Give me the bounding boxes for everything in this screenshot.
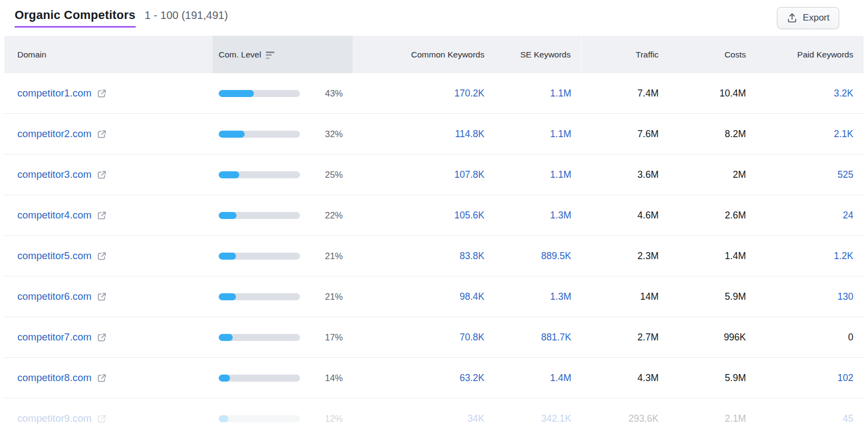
se-keywords-value[interactable]: 1.3M <box>550 210 571 221</box>
paid-keywords-cell: 525 <box>756 169 864 181</box>
table-row: competitor2.com 32% 114.8K 1.1M 7.6M 8.2… <box>4 114 864 154</box>
common-keywords-value[interactable]: 98.4K <box>459 291 484 302</box>
competition-level-bar <box>219 415 300 422</box>
se-keywords-value[interactable]: 1.1M <box>550 88 571 99</box>
paid-keywords-value[interactable]: 24 <box>843 210 853 221</box>
traffic-cell: 7.6M <box>582 128 669 140</box>
competition-level-bar <box>219 334 300 341</box>
competition-level-bar <box>219 293 300 300</box>
domain-link[interactable]: competitor1.com <box>17 87 92 99</box>
competition-level-percent: 22% <box>325 210 343 221</box>
external-link-icon[interactable] <box>97 332 107 343</box>
common-keywords-cell: 63.2K <box>353 372 495 384</box>
paid-keywords-value: 0 <box>848 332 853 343</box>
common-keywords-value[interactable]: 83.8K <box>459 250 484 262</box>
domain-link[interactable]: competitor5.com <box>17 250 92 262</box>
paid-keywords-value[interactable]: 3.2K <box>834 88 853 99</box>
external-link-icon[interactable] <box>97 414 107 424</box>
table-row: competitor7.com 17% 70.8K 881.7K 2.7M 99… <box>4 317 864 358</box>
se-keywords-value[interactable]: 1.3M <box>550 291 571 302</box>
paid-keywords-cell: 45 <box>756 413 864 424</box>
se-keywords-value[interactable]: 342.1K <box>541 413 571 424</box>
paid-keywords-cell: 130 <box>756 291 864 302</box>
se-keywords-value[interactable]: 889.5K <box>541 250 571 262</box>
common-keywords-value[interactable]: 105.6K <box>455 210 484 221</box>
common-keywords-cell: 70.8K <box>353 332 495 343</box>
common-keywords-value[interactable]: 107.8K <box>455 169 484 181</box>
upload-icon <box>787 12 797 23</box>
costs-cell: 8.2M <box>669 128 756 140</box>
se-keywords-value[interactable]: 1.4M <box>550 372 571 384</box>
external-link-icon[interactable] <box>97 129 107 139</box>
paid-keywords-value[interactable]: 45 <box>843 413 853 424</box>
competition-level-bar <box>219 212 300 219</box>
competition-level-percent: 14% <box>325 373 343 383</box>
costs-value: 996K <box>724 332 746 343</box>
competition-level-cell: 14% <box>213 373 353 383</box>
common-keywords-value[interactable]: 114.8K <box>455 128 484 140</box>
domain-link[interactable]: competitor3.com <box>17 169 92 181</box>
column-header-domain[interactable]: Domain <box>4 36 213 73</box>
costs-value: 8.2M <box>725 128 746 140</box>
external-link-icon[interactable] <box>97 210 107 221</box>
external-link-icon[interactable] <box>97 373 107 383</box>
column-header-costs[interactable]: Costs <box>669 36 756 73</box>
table-row: competitor8.com 14% 63.2K 1.4M 4.3M 5.9M <box>4 358 864 398</box>
export-label: Export <box>803 12 829 23</box>
se-keywords-cell: 881.7K <box>495 332 582 343</box>
column-header-se-keywords[interactable]: SE Keywords <box>495 36 582 73</box>
se-keywords-value[interactable]: 1.1M <box>550 169 571 181</box>
domain-cell: competitor4.com <box>4 209 213 221</box>
traffic-cell: 4.3M <box>582 372 669 384</box>
column-header-paid-keywords[interactable]: Paid Keywords <box>756 36 864 73</box>
traffic-value: 3.6M <box>637 169 659 181</box>
external-link-icon[interactable] <box>97 292 107 302</box>
paid-keywords-value[interactable]: 2.1K <box>834 128 853 140</box>
external-link-icon[interactable] <box>97 170 107 180</box>
domain-link[interactable]: competitor6.com <box>17 291 92 302</box>
common-keywords-value[interactable]: 63.2K <box>459 372 484 384</box>
traffic-cell: 4.6M <box>582 210 669 221</box>
export-button[interactable]: Export <box>777 7 839 29</box>
common-keywords-cell: 34K <box>353 413 495 424</box>
external-link-icon[interactable] <box>97 251 107 261</box>
competition-level-cell: 25% <box>213 170 353 180</box>
common-keywords-value[interactable]: 34K <box>468 413 484 424</box>
domain-link[interactable]: competitor9.com <box>17 413 92 424</box>
column-header-com-level[interactable]: Com. Level <box>213 36 353 73</box>
se-keywords-cell: 1.1M <box>495 88 582 99</box>
competition-level-bar-fill <box>219 171 239 178</box>
se-keywords-value[interactable]: 1.1M <box>550 128 571 140</box>
paid-keywords-value[interactable]: 1.2K <box>834 250 853 262</box>
paid-keywords-value[interactable]: 130 <box>838 291 853 302</box>
domain-link[interactable]: competitor7.com <box>17 331 92 343</box>
column-header-common-keywords[interactable]: Common Keywords <box>353 36 495 73</box>
costs-value: 10.4M <box>719 88 746 99</box>
common-keywords-value[interactable]: 170.2K <box>455 88 484 99</box>
paid-keywords-cell: 24 <box>756 210 864 221</box>
costs-value: 2.1M <box>725 413 746 424</box>
column-header-traffic[interactable]: Traffic <box>582 36 669 73</box>
domain-cell: competitor6.com <box>4 291 213 302</box>
traffic-value: 4.3M <box>637 372 659 384</box>
competition-level-bar-fill <box>219 90 254 97</box>
domain-link[interactable]: competitor2.com <box>17 128 92 140</box>
competition-level-percent: 25% <box>325 170 343 180</box>
domain-link[interactable]: competitor4.com <box>17 209 92 221</box>
paid-keywords-value[interactable]: 102 <box>838 372 853 384</box>
results-range: 1 - 100 (191,491) <box>145 9 228 22</box>
paid-keywords-value[interactable]: 525 <box>838 169 853 181</box>
domain-link[interactable]: competitor8.com <box>17 372 92 384</box>
domain-cell: competitor2.com <box>4 128 213 140</box>
competition-level-percent: 12% <box>325 414 343 424</box>
competition-level-cell: 21% <box>213 292 353 302</box>
competition-level-bar <box>219 253 300 260</box>
competition-level-cell: 17% <box>213 332 353 343</box>
se-keywords-cell: 1.1M <box>495 169 582 181</box>
competition-level-cell: 22% <box>213 210 353 221</box>
competition-level-bar-fill <box>219 375 230 382</box>
external-link-icon[interactable] <box>97 88 107 99</box>
common-keywords-value[interactable]: 70.8K <box>459 332 484 343</box>
se-keywords-value[interactable]: 881.7K <box>541 332 571 343</box>
table-row: competitor5.com 21% 83.8K 889.5K 2.3M 1.… <box>4 236 864 276</box>
